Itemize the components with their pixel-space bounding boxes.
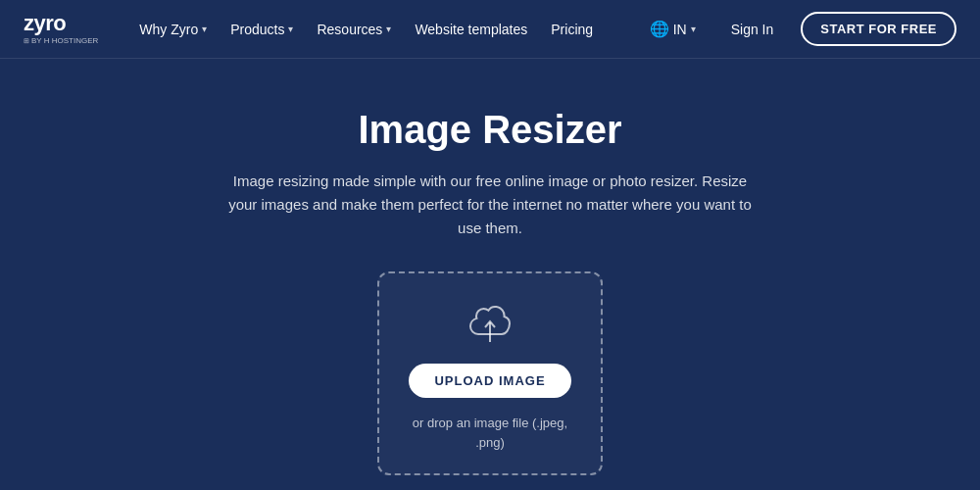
chevron-down-icon: ▾: [202, 24, 207, 34]
brand-name: zyro: [24, 13, 98, 34]
chevron-down-icon: ▾: [288, 24, 293, 34]
upload-drop-zone[interactable]: UPLOAD IMAGE or drop an image file (.jpe…: [377, 271, 603, 475]
brand-sub: ⊞ BY H HOSTINGER: [24, 36, 98, 45]
main-content: Image Resizer Image resizing made simple…: [0, 59, 980, 475]
logo[interactable]: zyro ⊞ BY H HOSTINGER: [24, 13, 98, 45]
page-title: Image Resizer: [358, 108, 621, 152]
upload-hint-text: or drop an image file (.jpeg, .png): [403, 414, 577, 452]
nav-right: 🌐 IN ▾ Sign In START FOR FREE: [642, 12, 956, 46]
chevron-down-icon: ▾: [691, 24, 696, 34]
nav-item-pricing[interactable]: Pricing: [541, 16, 603, 43]
navbar: zyro ⊞ BY H HOSTINGER Why Zyro ▾ Product…: [0, 0, 980, 59]
nav-item-resources[interactable]: Resources ▾: [307, 16, 401, 43]
upload-cloud-icon: [465, 303, 515, 348]
nav-links: Why Zyro ▾ Products ▾ Resources ▾ Websit…: [129, 16, 641, 43]
upload-image-button[interactable]: UPLOAD IMAGE: [409, 364, 570, 398]
nav-item-products[interactable]: Products ▾: [220, 16, 303, 43]
nav-item-website-templates[interactable]: Website templates: [405, 16, 537, 43]
start-free-button[interactable]: START FOR FREE: [801, 12, 956, 46]
chevron-down-icon: ▾: [386, 24, 391, 34]
globe-icon: 🌐: [650, 20, 669, 38]
sign-in-link[interactable]: Sign In: [719, 16, 786, 43]
page-subtitle: Image resizing made simple with our free…: [225, 170, 755, 240]
hostinger-icon: ⊞: [24, 37, 29, 45]
language-selector[interactable]: 🌐 IN ▾: [642, 16, 704, 42]
nav-item-why-zyro[interactable]: Why Zyro ▾: [129, 16, 217, 43]
